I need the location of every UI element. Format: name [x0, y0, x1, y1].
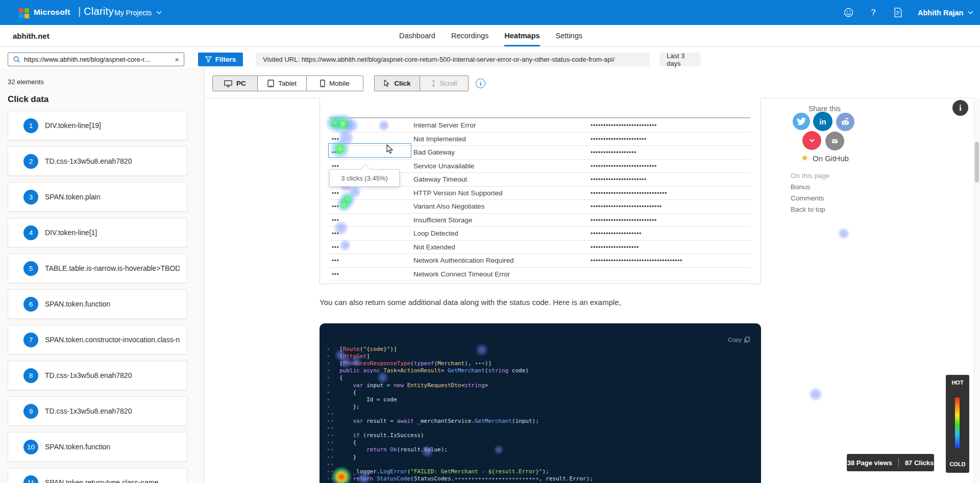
masked-line-number: •• — [327, 411, 334, 418]
toc-link-bonus: Bonus — [791, 183, 810, 191]
element-rank-badge: 1 — [23, 118, 38, 133]
top-app-bar: Microsoft | Clarity My Projects ? Abhith… — [0, 0, 980, 25]
status-description: Network Authentication Required — [413, 257, 514, 264]
date-range-label: Last 3 days — [667, 52, 694, 67]
mode-label: Click — [394, 80, 410, 87]
device-label: Tablet — [278, 80, 297, 87]
masked-aspnet-snippet: •••••••••••••••••• — [591, 149, 636, 156]
filters-label: Filters — [215, 56, 236, 63]
masked-status-code: ••• — [332, 258, 339, 263]
status-description: Internal Server Error — [413, 122, 476, 129]
code-text: }; — [339, 403, 360, 411]
tab-recordings[interactable]: Recordings — [451, 25, 488, 46]
element-selector-label: SPAN.token.return-type.class-name — [45, 478, 180, 483]
element-selector-label: TD.css-1x3w5u8.enah7820 — [45, 407, 180, 415]
device-tablet-button[interactable]: Tablet — [258, 76, 307, 91]
click-data-title: Click data — [8, 94, 48, 105]
search-input[interactable] — [24, 56, 170, 63]
funnel-icon — [205, 56, 212, 63]
heatmap-info-button[interactable]: i — [952, 100, 968, 116]
masked-line-number: •• — [327, 454, 334, 461]
element-list-item[interactable]: 5TABLE.table.is-narrow.is-hoverable>TBOD… — [8, 253, 187, 283]
page-scrollbar-thumb[interactable] — [975, 142, 979, 183]
url-search-box[interactable]: × — [8, 53, 184, 66]
code-line: •• return StatusCode(StatusCodes.•••••••… — [320, 475, 761, 482]
click-stats-text: 3 clicks (3.45%) — [341, 174, 388, 182]
masked-line-number: •• — [327, 446, 334, 453]
feedback-smiley-icon[interactable] — [838, 0, 859, 25]
element-list-item[interactable]: 10SPAN.token.function — [8, 432, 187, 462]
tab-settings[interactable]: Settings — [556, 25, 582, 46]
linkedin-icon: in — [813, 112, 832, 131]
masked-line-number: • — [327, 396, 331, 403]
device-mobile-button[interactable]: Mobile — [307, 76, 363, 91]
tab-heatmaps[interactable]: Heatmaps — [504, 25, 540, 46]
github-link: On GitHub — [813, 154, 849, 163]
code-line: •• _logger.LogError("FAILED: GetMerchant… — [320, 468, 761, 475]
filters-button[interactable]: Filters — [198, 53, 243, 66]
element-list-item[interactable]: 6SPAN.token.function — [8, 289, 187, 319]
click-stats-tooltip: 3 clicks (3.45%) — [329, 169, 400, 187]
masked-status-code: ••• — [332, 163, 339, 169]
element-rank-badge: 8 — [23, 368, 38, 383]
reddit-icon — [836, 113, 854, 131]
heatmap-info-icon[interactable]: i — [476, 79, 485, 88]
visited-url-filter-chip[interactable]: Visited URL: https://www.abhith.net/blog… — [256, 53, 650, 66]
mode-scroll-button[interactable]: Scroll — [420, 76, 468, 91]
code-line: •• var result = await _merchantService.G… — [320, 418, 761, 425]
search-icon — [13, 56, 20, 63]
element-selector-label: SPAN.token.function — [45, 443, 180, 451]
device-pc-button[interactable]: PC — [213, 76, 258, 91]
table-row: •••Network Connect Timeout Error — [330, 268, 750, 282]
microsoft-logo-icon — [19, 8, 30, 19]
masked-aspnet-snippet: •••••••••••••••••••••••••••••• — [591, 190, 667, 196]
code-text: _logger.LogError("FAILED: GetMerchant - … — [339, 468, 549, 475]
help-icon[interactable]: ? — [863, 0, 884, 25]
element-rank-badge: 6 — [23, 297, 38, 312]
device-toggle-group: PCTabletMobile — [212, 75, 363, 91]
element-list-item[interactable]: 7SPAN.token.constructor-invocation.class… — [8, 325, 187, 354]
heat-spot — [838, 228, 849, 239]
masked-status-code: ••• — [332, 244, 339, 250]
element-list-item[interactable]: 4DIV.token-line[1] — [8, 218, 187, 247]
twitter-icon — [793, 113, 810, 130]
element-list-item[interactable]: 2TD.css-1x3w5u8.enah7820 — [8, 146, 187, 176]
user-menu[interactable]: Abhith Rajan — [918, 0, 973, 25]
element-list-item[interactable]: 1DIV.token-line[19] — [8, 111, 187, 140]
table-row: •••Insufficient Storage•••••••••••••••••… — [330, 214, 750, 227]
tab-dashboard[interactable]: Dashboard — [399, 25, 435, 46]
code-text: var input = new EntityRequestDto<string> — [339, 382, 488, 389]
code-text: [Route("{code}")] — [339, 346, 397, 353]
legend-gradient-bar — [955, 397, 960, 448]
element-list-item[interactable]: 9TD.css-1x3w5u8.enah7820 — [8, 396, 187, 426]
element-rank-badge: 10 — [23, 440, 38, 454]
release-notes-icon[interactable] — [888, 0, 908, 25]
element-list-item[interactable]: 3SPAN.token.plain — [8, 182, 187, 212]
mouse-cursor-icon — [385, 144, 394, 156]
clear-search-icon[interactable]: × — [175, 56, 179, 63]
mode-click-button[interactable]: Click — [375, 76, 420, 91]
chevron-down-icon — [968, 11, 973, 14]
my-projects-menu[interactable]: My Projects — [114, 0, 162, 25]
date-range-chip[interactable]: Last 3 days — [659, 53, 701, 66]
scroll-icon — [431, 80, 436, 87]
masked-line-number: • — [327, 360, 331, 367]
masked-line-number: •• — [327, 432, 334, 439]
chevron-down-icon — [156, 11, 162, 14]
element-rank-badge: 11 — [23, 475, 38, 483]
masked-line-number: • — [327, 346, 331, 353]
element-list-item[interactable]: 11SPAN.token.return-type.class-name — [8, 468, 187, 483]
element-list-item[interactable]: 8TD.css-1x3w5u8.enah7820 — [8, 361, 187, 390]
table-header-separator — [330, 117, 750, 118]
device-label: Mobile — [329, 80, 350, 87]
element-selector-label: DIV.token-line[1] — [45, 228, 180, 237]
status-description: Network Connect Timeout Error — [413, 271, 510, 278]
element-selector-label: TD.css-1x3w5u8.enah7820 — [45, 371, 180, 379]
code-text: { — [339, 389, 356, 396]
code-text: [HttpGet] — [339, 353, 370, 360]
masked-aspnet-snippet: •••••••••••••••••••••• — [591, 176, 647, 183]
tablet-icon — [267, 80, 274, 87]
copy-icon — [744, 337, 750, 343]
toc-link-comments: Comments — [791, 194, 824, 202]
mode-label: Scroll — [440, 80, 457, 87]
